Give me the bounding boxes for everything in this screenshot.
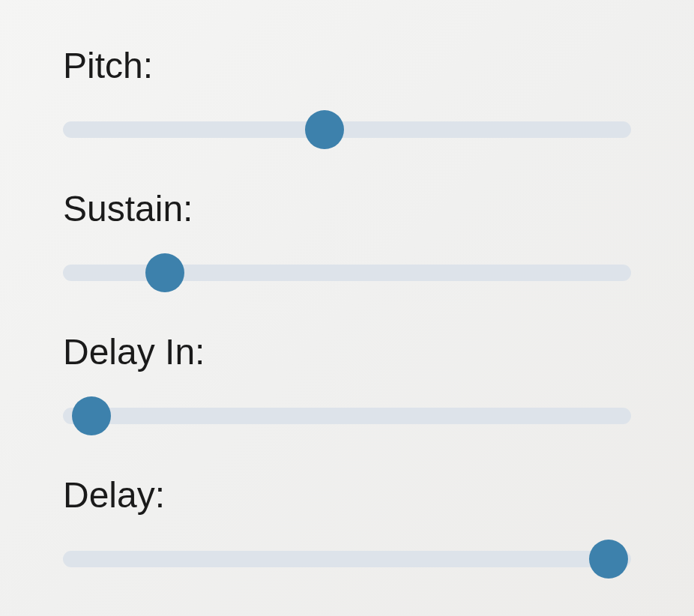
pitch-slider-group: Pitch: bbox=[63, 45, 631, 149]
delay-in-slider-track bbox=[63, 408, 631, 424]
pitch-slider-thumb[interactable] bbox=[305, 110, 344, 149]
pitch-slider[interactable] bbox=[63, 110, 631, 149]
pitch-slider-track bbox=[63, 121, 631, 138]
delay-label: Delay: bbox=[63, 474, 631, 516]
delay-slider-group: Delay: bbox=[63, 474, 631, 579]
delay-in-label: Delay In: bbox=[63, 331, 631, 372]
sustain-label: Sustain: bbox=[63, 188, 631, 229]
pitch-label: Pitch: bbox=[63, 45, 631, 86]
delay-slider-thumb[interactable] bbox=[589, 540, 628, 579]
delay-in-slider-thumb[interactable] bbox=[72, 396, 111, 435]
delay-in-slider[interactable] bbox=[63, 396, 631, 435]
delay-slider[interactable] bbox=[63, 540, 631, 579]
sustain-slider-thumb[interactable] bbox=[145, 253, 184, 292]
delay-slider-track bbox=[63, 551, 631, 567]
delay-in-slider-group: Delay In: bbox=[63, 331, 631, 435]
sustain-slider-group: Sustain: bbox=[63, 188, 631, 292]
sustain-slider[interactable] bbox=[63, 253, 631, 292]
